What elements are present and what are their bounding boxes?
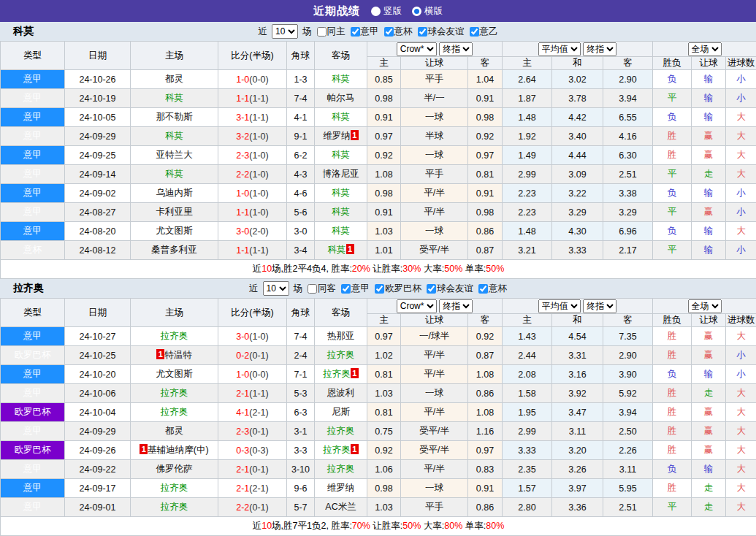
handicap-cell: 受平/半 (401, 441, 468, 460)
team-label: 科莫 (332, 150, 350, 160)
goals-result-cell: 大 (726, 422, 756, 441)
summary-stat-label: 近 (253, 264, 262, 274)
team-label: 尤文图斯 (156, 369, 193, 379)
summary-stat-label: 让胜率: (370, 264, 402, 274)
halftime-score: (1-1) (249, 245, 268, 256)
summary-stat-label: 大率: (421, 264, 444, 274)
halftime-score: (2-1) (249, 483, 268, 494)
summary-stat-value: 20% (352, 264, 370, 274)
league-filter-checkbox[interactable]: 意乙 (470, 26, 498, 38)
league-checkbox-input[interactable] (418, 27, 427, 37)
handicap-result-cell: 赢 (692, 346, 726, 365)
corner-cell: 6-2 (287, 146, 315, 165)
average-time-select[interactable]: 终指 (583, 42, 616, 56)
avg-home-cell: 2.44 (503, 346, 552, 365)
avg-home-cell: 1.95 (503, 403, 552, 422)
bookmaker-select[interactable]: Crow* (397, 299, 437, 313)
score-cell: 3-0(1-0) (218, 327, 287, 346)
league-filter-checkbox[interactable]: 意杯 (478, 283, 507, 295)
radio-unselected-icon[interactable] (371, 7, 381, 16)
halftime-score: (2-1) (249, 407, 268, 418)
handicap-cell: 一球 (401, 146, 468, 165)
fulltime-score: 2-2 (236, 169, 249, 180)
home-team-cell: 尤文图斯 (131, 365, 218, 384)
league-checkbox-input[interactable] (384, 27, 394, 37)
average-time-select[interactable]: 终指 (583, 299, 616, 313)
fulltime-score: 2-3 (236, 426, 249, 437)
average-select[interactable]: 平均值 (538, 299, 581, 313)
handicap-cell: 平/半 (401, 403, 468, 422)
match-row: 欧罗巴杯24-09-261基辅迪纳摩(中)0-3(0-3)3-3拉齐奥10.92… (1, 441, 756, 460)
away-team-cell: 拉齐奥 (315, 460, 367, 479)
result-cell: 胜 (653, 146, 692, 165)
avg-away-cell: 2.90 (603, 346, 653, 365)
away-team-cell: 帕尔马 (315, 89, 367, 108)
league-checkbox-input[interactable] (427, 284, 436, 294)
team-label: 拉齐奥 (161, 407, 188, 417)
avg-home-cell: 1.48 (503, 222, 552, 241)
same-venue-checkbox[interactable]: 同主 (317, 26, 345, 38)
odds-home-cell: 1.08 (367, 165, 401, 184)
league-filter-checkbox[interactable]: 球会友谊 (418, 26, 465, 38)
same-venue-checkbox[interactable]: 同客 (308, 283, 336, 295)
fulltime-select[interactable]: 全场 (688, 42, 722, 56)
corner-cell: 1-3 (287, 70, 315, 89)
league-filter-checkbox[interactable]: 意甲 (351, 26, 379, 38)
league-filter-checkbox[interactable]: 欧罗巴杯 (375, 283, 421, 295)
recent-count-select[interactable]: 10 (263, 281, 289, 296)
halftime-score: (0-1) (249, 464, 268, 475)
odds-away-cell: 1.08 (468, 365, 503, 384)
odds-home-cell: 0.98 (367, 184, 401, 203)
team-label: 特温特 (164, 350, 192, 360)
handicap-cell: 一球 (401, 108, 468, 127)
avg-away-cell: 3.90 (603, 365, 653, 384)
home-team-cell: 桑普多利亚 (131, 241, 218, 260)
score-cell: 0-2(0-1) (218, 346, 287, 365)
page-title: 近期战绩 (313, 4, 360, 18)
league-filter-checkbox[interactable]: 意杯 (384, 26, 413, 38)
goals-result-cell: 大 (726, 327, 756, 346)
halftime-score: (1-0) (249, 332, 268, 342)
league-checkbox-input[interactable] (470, 27, 479, 37)
col-odds-home: 主 (367, 57, 401, 70)
summary-stat-value: 70% (352, 521, 370, 531)
col-type: 类型 (1, 42, 65, 70)
col-score: 比分(半场) (218, 42, 287, 70)
recent-count-select[interactable]: 10 (272, 24, 298, 39)
col-odds-away: 客 (468, 57, 503, 70)
same-venue-checkbox-input[interactable] (308, 284, 317, 294)
odds-home-cell: 1.03 (367, 498, 401, 517)
layout-radio-vertical[interactable]: 竖版 (371, 5, 402, 18)
handicap-result-cell: 走 (692, 498, 726, 517)
average-select[interactable]: 平均值 (538, 42, 581, 56)
result-cell: 胜 (653, 327, 692, 346)
home-team-cell: 拉齐奥 (131, 384, 218, 403)
date-cell: 24-09-29 (65, 127, 131, 146)
league-checkbox-input[interactable] (341, 284, 351, 294)
league-checkbox-input[interactable] (478, 284, 488, 294)
date-cell: 24-10-27 (65, 327, 131, 346)
avg-home-cell: 2.08 (503, 365, 552, 384)
halftime-score: (1-0) (249, 207, 268, 218)
bookmaker-select[interactable]: Crow* (397, 42, 437, 56)
avg-home-cell: 1.87 (503, 89, 552, 108)
team-label: 维罗纳 (327, 483, 355, 493)
odds-time-select[interactable]: 终指 (439, 42, 473, 56)
team-label: 拉齐奥 (327, 350, 355, 360)
odds-home-cell: 1.06 (367, 460, 401, 479)
odds-away-cell: 0.86 (468, 498, 503, 517)
handicap-cell: 一球 (401, 222, 468, 241)
radio-selected-icon[interactable] (412, 7, 421, 16)
result-cell: 负 (653, 365, 692, 384)
league-filter-checkbox[interactable]: 球会友谊 (427, 283, 473, 295)
fulltime-select[interactable]: 全场 (688, 299, 722, 313)
odds-home-cell: 0.75 (367, 422, 401, 441)
league-checkbox-input[interactable] (351, 27, 360, 37)
league-checkbox-input[interactable] (375, 284, 384, 294)
home-team-cell: 乌迪内斯 (131, 184, 218, 203)
same-venue-checkbox-input[interactable] (317, 27, 327, 37)
odds-time-select[interactable]: 终指 (439, 299, 473, 313)
league-filter-checkbox[interactable]: 意甲 (341, 283, 370, 295)
layout-radio-horizontal[interactable]: 横版 (412, 5, 443, 18)
team-label: 尼斯 (332, 407, 350, 417)
